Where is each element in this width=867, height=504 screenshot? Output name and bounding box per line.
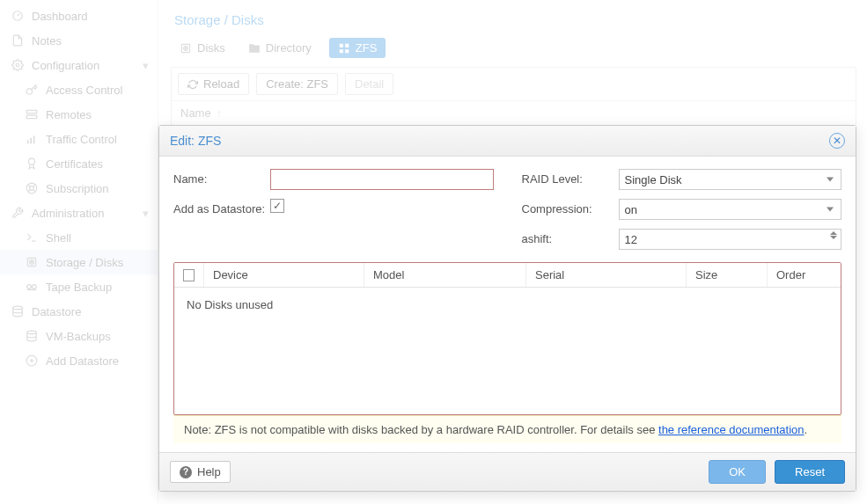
help-label: Help [197,465,221,478]
chevron-down-icon [827,208,834,212]
name-label: Name: [173,169,270,186]
dialog-footer: ? Help OK Reset [159,452,856,491]
note-text: Note: ZFS is not compatible with disks b… [184,423,658,436]
column-serial[interactable]: Serial [526,263,687,287]
ashift-stepper[interactable]: 12 [619,229,842,250]
note-banner: Note: ZFS is not compatible with disks b… [173,415,841,443]
ashift-label: ashift: [522,229,619,245]
column-size[interactable]: Size [687,263,768,287]
raid-value: Single Disk [625,173,682,186]
ashift-value: 12 [625,233,637,246]
add-as-datastore-checkbox[interactable]: ✓ [270,199,284,213]
reference-documentation-link[interactable]: the reference documentation [658,423,805,436]
column-device[interactable]: Device [204,263,364,287]
close-icon: ✕ [833,135,841,147]
column-order[interactable]: Order [768,263,841,287]
select-all-checkbox[interactable] [174,263,204,287]
disk-list-header: Device Model Serial Size Order [174,263,841,288]
help-icon: ? [180,466,192,478]
spinner-icon [830,231,837,239]
dialog-header: Edit: ZFS ✕ [159,126,856,157]
help-button[interactable]: ? Help [170,461,231,483]
dialog-title: Edit: ZFS [170,134,221,148]
raid-level-label: RAID Level: [522,169,619,186]
reset-button[interactable]: Reset [775,460,845,484]
ok-button[interactable]: OK [709,460,766,484]
add-as-datastore-label: Add as Datastore: [173,199,270,215]
compression-select[interactable]: on [619,199,842,220]
compression-label: Compression: [522,199,619,215]
disk-list: Device Model Serial Size Order No Disks … [173,262,841,415]
compression-value: on [625,203,637,216]
close-button[interactable]: ✕ [829,133,845,149]
dialog-body: Name: Add as Datastore: ✓ RAID Level: Si… [159,157,856,452]
note-suffix: . [805,423,808,436]
chevron-down-icon [827,178,834,182]
disk-list-empty: No Disks unused [174,288,841,414]
column-model[interactable]: Model [364,263,526,287]
edit-zfs-dialog: Edit: ZFS ✕ Name: Add as Datastore: ✓ [158,125,856,492]
name-field[interactable] [270,169,494,190]
raid-level-select[interactable]: Single Disk [619,169,842,190]
